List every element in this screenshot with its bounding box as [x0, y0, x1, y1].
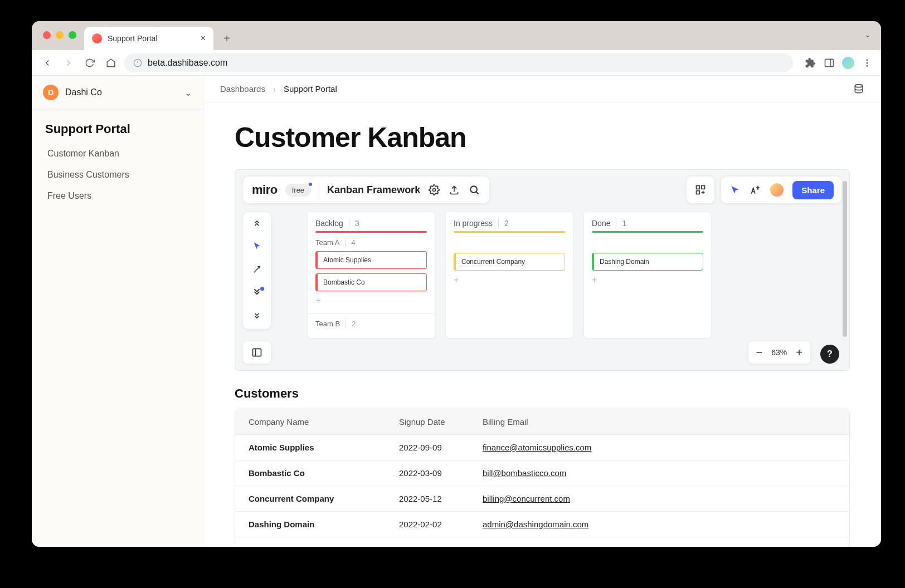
maximize-window-button[interactable]: [69, 31, 76, 39]
profile-avatar[interactable]: [842, 57, 854, 69]
collapse-down-icon[interactable]: [252, 311, 261, 322]
zoom-in-button[interactable]: +: [796, 346, 802, 359]
kanban-card[interactable]: Concurrent Company: [454, 253, 565, 271]
column-accent: [454, 231, 565, 233]
org-avatar: D: [43, 85, 59, 100]
email-cell[interactable]: admin@dashingdomain.com: [483, 520, 836, 529]
date-cell: 2022-02-02: [399, 520, 483, 529]
gear-icon[interactable]: [428, 184, 440, 196]
column-accent: [592, 231, 703, 233]
zoom-out-button[interactable]: −: [756, 346, 763, 359]
reactions-icon[interactable]: [749, 184, 761, 196]
col-signup: Signup Date: [399, 417, 483, 427]
more-tools-icon[interactable]: [252, 288, 262, 300]
sidebar-item-business-customers[interactable]: Business Customers: [32, 164, 203, 185]
collaborator-avatar[interactable]: [769, 182, 785, 198]
cursor-follow-icon[interactable]: [729, 184, 741, 196]
share-button[interactable]: Share: [792, 181, 834, 199]
miro-board-embed[interactable]: miro free Kanban Framework: [235, 169, 850, 371]
add-app-icon[interactable]: [694, 184, 707, 196]
kanban-card[interactable]: Dashing Domain: [592, 253, 703, 271]
col-company: Company Name: [249, 417, 399, 427]
browser-right-icons: [804, 57, 873, 69]
sidebar-heading: Support Portal: [32, 110, 203, 143]
zoom-level: 63%: [771, 348, 787, 357]
browser-toolbar: beta.dashibase.com: [32, 50, 881, 76]
close-tab-button[interactable]: ×: [201, 33, 206, 43]
export-icon[interactable]: [448, 184, 460, 196]
team-label: Team A: [315, 238, 339, 247]
close-window-button[interactable]: [43, 31, 51, 39]
svg-line-10: [476, 192, 479, 194]
back-button[interactable]: [40, 55, 55, 71]
help-button[interactable]: ?: [820, 345, 839, 364]
team-label: Team B: [315, 320, 340, 328]
section-title-customers: Customers: [235, 386, 850, 401]
zoom-controls: − 63% +: [748, 341, 810, 364]
org-switcher[interactable]: D Dashi Co ⌄: [32, 76, 203, 110]
kanban-column-done[interactable]: Done1 Dashing Domain +: [584, 212, 711, 338]
email-cell[interactable]: finance@atomicsupplies.com: [483, 443, 836, 452]
select-tool-icon[interactable]: [252, 241, 262, 253]
miro-toolbar-left: [243, 212, 271, 329]
add-card-button[interactable]: +: [454, 275, 565, 285]
forward-button[interactable]: [61, 55, 76, 71]
add-card-button[interactable]: +: [315, 296, 427, 306]
table-row[interactable]: Concurrent Company 2022-05-12 billing@co…: [235, 486, 849, 511]
main-content: Dashboards › Support Portal Customer Kan…: [203, 76, 881, 547]
kanban-column-inprogress[interactable]: In progress2 Concurrent Company +: [446, 212, 573, 338]
browser-menu-icon[interactable]: [861, 57, 873, 69]
browser-tab[interactable]: Support Portal ×: [84, 27, 213, 50]
minimize-window-button[interactable]: [56, 31, 64, 39]
url-bar[interactable]: beta.dashibase.com: [124, 53, 793, 72]
kanban-column-backlog[interactable]: Backlog3 Team A4 Atomic Supplies Bombast…: [308, 212, 435, 338]
column-accent: [315, 231, 427, 233]
kanban-card[interactable]: Atomic Supplies: [315, 251, 427, 269]
miro-plan-badge[interactable]: free: [285, 184, 311, 197]
scrollbar[interactable]: [843, 181, 847, 337]
customers-table: Company Name Signup Date Billing Email A…: [235, 409, 850, 547]
window-controls: [43, 31, 76, 39]
column-title: In progress: [454, 219, 493, 228]
reload-button[interactable]: [82, 55, 98, 71]
divider: [319, 183, 319, 197]
miro-right-controls: Share: [687, 177, 841, 203]
site-info-icon: [133, 58, 142, 67]
table-row[interactable]: Dashing Domain 2022-02-02 admin@dashingd…: [235, 511, 849, 537]
extensions-icon[interactable]: [804, 57, 816, 69]
company-cell: Exciting Electronics: [249, 545, 399, 547]
tab-title: Support Portal: [108, 34, 158, 43]
line-tool-icon[interactable]: [252, 264, 262, 277]
date-cell: 2022-06-12: [399, 545, 483, 547]
miro-board-title[interactable]: Kanban Framework: [327, 184, 420, 196]
sidebar-item-customer-kanban[interactable]: Customer Kanban: [32, 143, 203, 164]
search-icon[interactable]: [468, 184, 480, 196]
new-tab-button[interactable]: +: [217, 28, 237, 48]
kanban-card[interactable]: Bombastic Co: [315, 273, 427, 291]
email-cell[interactable]: money@excitingelectronics.com: [483, 545, 836, 547]
table-row[interactable]: Bombastic Co 2022-03-09 bill@bombasticco…: [235, 460, 849, 486]
database-icon[interactable]: [853, 84, 864, 95]
svg-point-4: [867, 62, 868, 63]
table-row[interactable]: Exciting Electronics 2022-06-12 money@ex…: [235, 537, 849, 547]
date-cell: 2022-03-09: [399, 468, 483, 478]
miro-apps-pill: [687, 177, 714, 203]
company-cell: Dashing Domain: [249, 520, 399, 529]
side-panel-icon[interactable]: [823, 57, 835, 69]
col-email: Billing Email: [483, 417, 836, 427]
table-row[interactable]: Atomic Supplies 2022-09-09 finance@atomi…: [235, 434, 849, 460]
collapse-up-icon[interactable]: [252, 219, 261, 230]
email-cell[interactable]: bill@bombasticco.com: [483, 468, 836, 478]
frames-panel-button[interactable]: [243, 341, 271, 364]
app-root: D Dashi Co ⌄ Support Portal Customer Kan…: [32, 76, 881, 547]
home-button[interactable]: [103, 55, 119, 71]
add-card-button[interactable]: +: [592, 275, 703, 285]
tabs-dropdown-icon[interactable]: ⌄: [864, 30, 871, 39]
svg-point-6: [855, 84, 862, 87]
favicon-icon: [92, 33, 102, 43]
breadcrumb-root[interactable]: Dashboards: [220, 84, 265, 94]
svg-rect-12: [702, 186, 705, 189]
email-cell[interactable]: billing@concurrent.com: [483, 494, 836, 503]
page-content: Customer Kanban miro free Kanban Framewo…: [203, 102, 881, 547]
sidebar-item-free-users[interactable]: Free Users: [32, 185, 203, 207]
